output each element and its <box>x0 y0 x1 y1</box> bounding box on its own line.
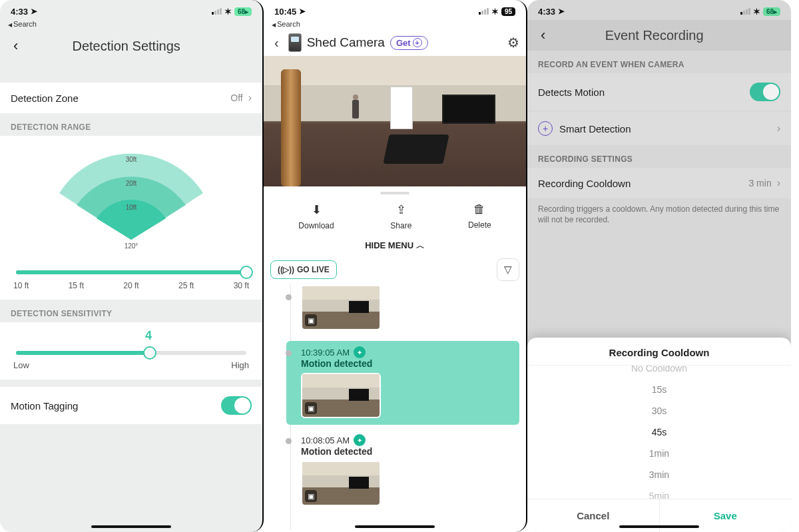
detects-motion-row: Detects Motion <box>527 73 791 111</box>
navbar: ‹ Detection Settings <box>0 31 262 61</box>
location-icon: ➤ <box>299 7 306 16</box>
picker-option-selected[interactable]: 45s <box>527 421 791 443</box>
image-icon: ▣ <box>305 490 317 502</box>
picker-option[interactable]: 1min <box>527 443 791 464</box>
event-thumbnail[interactable]: ▣ <box>301 373 381 418</box>
camera-live-preview[interactable] <box>264 56 526 186</box>
timeline-event[interactable]: ▣ <box>286 285 519 337</box>
event-time: 10:08:05 AM <box>301 435 350 445</box>
detection-zone-label: Detection Zone <box>11 93 79 104</box>
cooldown-picker[interactable]: No Cooldown 15s 30s 45s 1min 3min 5min <box>527 366 791 499</box>
camera-title: Shed Camera <box>307 35 385 50</box>
wifi-icon: ✶ <box>753 7 760 17</box>
battery-indicator: 68▸ <box>763 7 780 16</box>
cell-signal-icon <box>740 8 750 15</box>
status-bar: 4:33➤ ✶ 68▸ <box>0 0 262 20</box>
sensitivity-slider[interactable] <box>16 351 246 355</box>
home-indicator <box>91 525 171 528</box>
cell-signal-icon <box>212 8 222 15</box>
funnel-icon: ▽ <box>504 264 512 276</box>
filter-button[interactable]: ▽ <box>497 258 519 281</box>
timeline-event[interactable]: 10:08:05 AM✦ Motion detected ▣ <box>286 429 519 513</box>
camera-device-icon <box>288 33 302 52</box>
detection-sensitivity-card: 4 Low High <box>0 322 262 380</box>
picker-option[interactable]: 30s <box>527 400 791 421</box>
download-button[interactable]: ⬇Download <box>298 202 334 230</box>
sensitivity-low-label: Low <box>13 360 29 370</box>
chevron-up-icon: ︿ <box>416 240 425 250</box>
back-button[interactable]: ‹ <box>535 24 551 47</box>
navbar: ‹ Shed Camera Get+ ⚙ <box>264 31 526 56</box>
section-recording-settings: RECORDING SETTINGS <box>527 145 791 168</box>
page-title: Event Recording <box>551 28 758 43</box>
section-record-when: RECORD AN EVENT WHEN CAMERA <box>527 51 791 73</box>
clip-actions: ⬇Download ⇪Share 🗑Delete <box>264 197 526 237</box>
download-icon: ⬇ <box>298 202 334 217</box>
event-label: Motion detected <box>301 358 513 369</box>
picker-option[interactable]: 3min <box>527 464 791 485</box>
share-button[interactable]: ⇪Share <box>390 202 411 230</box>
detection-range-slider[interactable] <box>16 270 246 274</box>
share-icon: ⇪ <box>390 202 411 217</box>
delete-button[interactable]: 🗑Delete <box>468 202 491 230</box>
picker-option[interactable]: 5min <box>527 485 791 499</box>
status-time: 10:45 <box>274 7 296 17</box>
hide-menu-toggle[interactable]: HIDE MENU ︿ <box>264 237 526 258</box>
home-indicator <box>619 525 699 528</box>
chevron-right-icon: › <box>777 123 780 134</box>
section-detection-range: DETECTION RANGE <box>0 113 262 136</box>
recording-cooldown-label: Recording Cooldown <box>538 178 631 189</box>
cooldown-helper-text: Recording triggers a cooldown. Any motio… <box>527 198 791 232</box>
status-time: 4:33 <box>11 7 28 17</box>
picker-option[interactable]: No Cooldown <box>527 366 791 379</box>
recording-cooldown-row[interactable]: Recording Cooldown 3 min› <box>527 168 791 198</box>
gear-icon[interactable]: ⚙ <box>507 35 519 51</box>
battery-indicator: 68▸ <box>234 7 252 16</box>
motion-tagging-row: Motion Tagging <box>0 386 262 424</box>
location-icon: ➤ <box>558 7 565 16</box>
chevron-right-icon: › <box>777 177 780 188</box>
detection-zone-row[interactable]: Detection Zone Off› <box>0 83 262 113</box>
get-plus-button[interactable]: Get+ <box>390 36 428 50</box>
image-icon: ▣ <box>305 314 317 326</box>
event-timeline[interactable]: ▣ 10:39:05 AM✦ Motion detected ▣ 10:08:0… <box>264 285 526 530</box>
go-live-button[interactable]: ((▷))GO LIVE <box>270 260 337 279</box>
wifi-icon: ✶ <box>224 7 232 17</box>
event-thumbnail[interactable]: ▣ <box>301 285 381 330</box>
detection-zone-value: Off <box>230 93 242 103</box>
event-time: 10:39:05 AM <box>301 348 350 358</box>
wifi-icon: ✶ <box>491 7 499 17</box>
home-indicator <box>355 525 435 528</box>
status-bar: 10:45➤ ✶ 95 <box>264 0 526 20</box>
smart-detection-row[interactable]: +Smart Detection › <box>527 112 791 145</box>
event-thumbnail[interactable]: ▣ <box>301 461 381 506</box>
sensitivity-value: 4 <box>13 329 249 343</box>
back-to-search[interactable]: Search <box>0 20 262 31</box>
location-icon: ➤ <box>31 7 37 16</box>
recording-cooldown-value: 3 min <box>748 178 771 188</box>
image-icon: ▣ <box>305 402 317 414</box>
smart-detection-label: Smart Detection <box>559 123 631 134</box>
motion-tagging-label: Motion Tagging <box>11 400 78 411</box>
navbar: ‹ Event Recording <box>527 20 791 51</box>
drag-handle[interactable] <box>380 192 409 194</box>
section-detection-sensitivity: DETECTION SENSITIVITY <box>0 300 262 322</box>
broadcast-icon: ((▷)) <box>278 265 294 274</box>
picker-option[interactable]: 15s <box>527 379 791 400</box>
cell-signal-icon <box>479 8 489 15</box>
back-button[interactable]: ‹ <box>8 35 23 57</box>
back-button[interactable]: ‹ <box>270 34 283 52</box>
detects-motion-toggle[interactable] <box>750 83 780 101</box>
motion-badge-icon: ✦ <box>354 434 366 446</box>
chevron-right-icon: › <box>248 92 252 103</box>
picker-title: Recording Cooldown <box>527 338 791 366</box>
battery-indicator: 95 <box>501 7 515 16</box>
detection-range-fan: 30ft 20ft 10ft 120° <box>38 146 224 260</box>
motion-tagging-toggle[interactable] <box>221 396 252 415</box>
timeline-event-selected[interactable]: 10:39:05 AM✦ Motion detected ▣ <box>286 341 519 425</box>
trash-icon: 🗑 <box>468 202 491 216</box>
back-to-search[interactable]: Search <box>264 20 526 31</box>
status-time: 4:33 <box>538 7 555 17</box>
range-ticks: 10 ft 15 ft 20 ft 25 ft 30 ft <box>13 280 249 293</box>
plus-icon: + <box>413 38 422 47</box>
